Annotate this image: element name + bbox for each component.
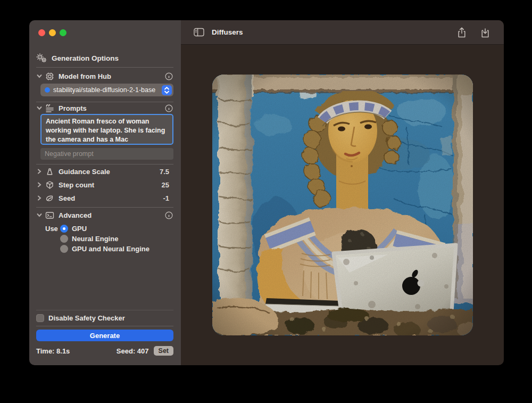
seed-row[interactable]: Seed -1 <box>29 193 181 203</box>
radio-gpu[interactable] <box>60 225 68 233</box>
guidance-scale-row[interactable]: Guidance Scale 7.5 <box>29 167 181 176</box>
divider <box>36 207 173 208</box>
divider <box>36 326 173 326</box>
radio-neural-engine[interactable] <box>60 235 68 243</box>
divider <box>36 102 173 102</box>
divider <box>36 67 173 68</box>
step-count-label: Step count <box>59 181 94 189</box>
scale-weight-icon <box>45 167 54 176</box>
chevron-up-icon <box>164 87 169 90</box>
compute-option-gpu-and-neural-engine[interactable]: GPU and Neural Engine <box>29 244 181 253</box>
generate-button[interactable]: Generate <box>36 330 173 341</box>
prompts-section-label: Prompts <box>59 104 87 112</box>
compute-option-gpu[interactable]: Use GPU <box>29 224 181 233</box>
negative-prompt-input[interactable] <box>40 148 173 160</box>
sidebar-toggle-icon[interactable] <box>194 28 204 37</box>
generated-image[interactable] <box>212 75 473 335</box>
step-count-row[interactable]: Step count 25 <box>29 180 181 190</box>
model-status-dot <box>45 87 50 93</box>
chevron-down-icon[interactable] <box>37 73 42 79</box>
result-seed: Seed: 407 <box>117 347 149 355</box>
cpu-icon <box>45 72 54 81</box>
app-window: Generation Options Model from Hub stabil… <box>29 20 504 365</box>
model-select[interactable]: stabilityai/stable-diffusion-2-1-base <box>40 84 173 96</box>
chevron-down-icon <box>164 91 169 94</box>
chevron-right-icon[interactable] <box>37 169 42 174</box>
leaf-icon <box>45 194 54 203</box>
terminal-icon <box>45 211 54 220</box>
minimize-button[interactable] <box>49 29 56 36</box>
generation-time: Time: 8.1s <box>36 347 70 355</box>
cube-icon <box>45 180 54 190</box>
select-stepper[interactable] <box>162 85 172 95</box>
seed-label: Seed <box>59 194 75 202</box>
gears-icon <box>36 53 47 63</box>
advanced-section-label: Advanced <box>59 211 92 219</box>
chevron-down-icon[interactable] <box>37 105 42 111</box>
negative-prompt-wrap <box>40 148 173 160</box>
chevron-right-icon[interactable] <box>37 182 42 187</box>
info-icon[interactable] <box>165 104 173 112</box>
close-button[interactable] <box>38 29 45 36</box>
text-quote-icon <box>45 104 54 113</box>
radio-gpu-neural-engine-label: GPU and Neural Engine <box>72 245 149 253</box>
sidebar: Generation Options Model from Hub stabil… <box>29 20 181 365</box>
guidance-scale-label: Guidance Scale <box>59 168 110 176</box>
download-icon[interactable] <box>480 27 490 38</box>
canvas-area <box>181 45 504 365</box>
prompt-input[interactable]: Ancient Roman fresco of woman working wi… <box>41 115 172 144</box>
main-area: Diffusers <box>181 20 504 365</box>
zoom-button[interactable] <box>60 29 66 36</box>
radio-gpu-label: GPU <box>72 225 87 233</box>
chevron-right-icon[interactable] <box>37 195 42 201</box>
chevron-down-icon[interactable] <box>37 212 42 218</box>
divider <box>36 310 173 310</box>
window-title: Diffusers <box>212 28 243 36</box>
model-section-label: Model from Hub <box>59 72 111 80</box>
sidebar-title: Generation Options <box>52 54 119 62</box>
titlebar: Diffusers <box>181 20 504 45</box>
radio-gpu-neural-engine[interactable] <box>60 245 68 253</box>
model-section-row[interactable]: Model from Hub <box>29 71 181 81</box>
traffic-lights <box>38 29 66 36</box>
disable-safety-checkbox[interactable] <box>36 314 44 322</box>
share-icon[interactable] <box>457 27 467 38</box>
compute-option-neural-engine[interactable]: Neural Engine <box>29 234 181 243</box>
info-icon[interactable] <box>165 211 173 219</box>
advanced-section-row[interactable]: Advanced <box>29 210 181 220</box>
step-count-value: 25 <box>162 181 169 189</box>
prompt-field-wrap: Ancient Roman fresco of woman working wi… <box>40 114 173 145</box>
status-bar: Time: 8.1s Seed: 407 Set <box>36 346 173 356</box>
prompts-section-row[interactable]: Prompts <box>29 103 181 113</box>
model-select-value: stabilityai/stable-diffusion-2-1-base <box>53 86 162 94</box>
safety-checker-row[interactable]: Disable Safety Checker <box>29 314 181 323</box>
info-icon[interactable] <box>165 72 173 80</box>
generation-options-header: Generation Options <box>36 53 119 63</box>
radio-neural-engine-label: Neural Engine <box>72 235 118 243</box>
seed-value: -1 <box>163 194 169 202</box>
disable-safety-label: Disable Safety Checker <box>48 314 125 322</box>
set-seed-button[interactable]: Set <box>154 346 173 356</box>
guidance-scale-value: 7.5 <box>160 168 169 176</box>
divider <box>36 164 173 165</box>
use-label: Use <box>45 225 58 233</box>
